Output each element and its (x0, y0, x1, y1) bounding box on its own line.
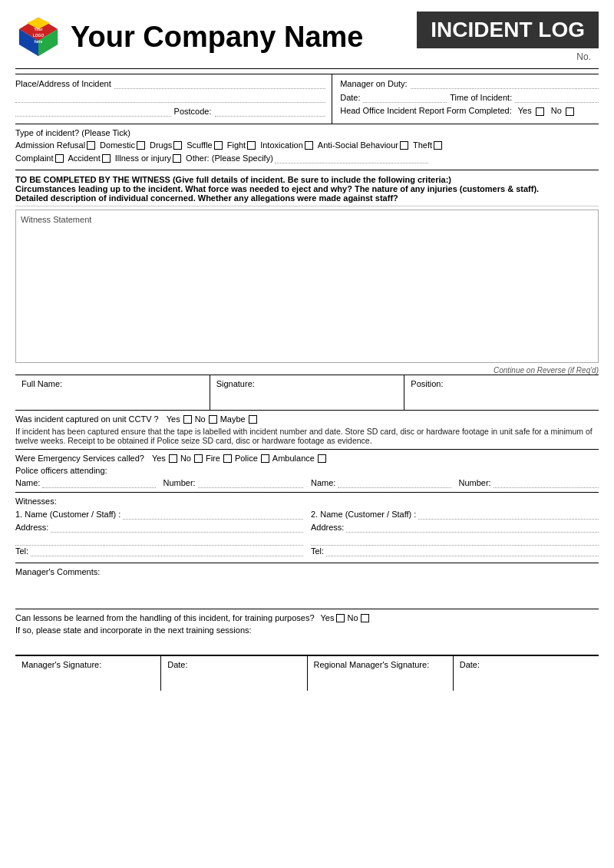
officer2-name-group: Name: (311, 477, 451, 488)
postcode-dotted-post (215, 106, 326, 117)
final-signature-row: Manager's Signature: Date: Regional Mana… (15, 655, 599, 691)
emergency-no-checkbox[interactable] (194, 454, 203, 463)
officer-row-1: Name: Number: Name: Number: (15, 477, 599, 488)
intoxication-checkbox[interactable] (305, 141, 313, 150)
witnesses-address2-row (15, 535, 599, 546)
regional-manager-sig-cell: Regional Manager's Signature: (308, 656, 454, 691)
officer1-number-dotted (198, 477, 303, 488)
cb-antisocial: Anti-Social Behaviour (318, 140, 408, 150)
police-attending-label: Police officers attending: (15, 466, 599, 475)
cb-other: Other: (Please Specify) (186, 153, 428, 163)
managers-comments-label: Manager's Comments: (15, 567, 599, 576)
witness2-tel-label: Tel: (311, 546, 324, 556)
signature-cell: Signature: (210, 375, 405, 410)
time-label: Time of Incident: (450, 93, 512, 102)
illness-checkbox[interactable] (173, 154, 181, 163)
lessons-no-checkbox[interactable] (361, 614, 369, 622)
incident-checkboxes-row2: Complaint Accident Illness or injury Oth… (15, 153, 599, 163)
officer2-number-dotted (494, 477, 599, 488)
cctv-no-checkbox[interactable] (209, 415, 217, 424)
drugs-checkbox[interactable] (173, 141, 182, 150)
cb-illness: Illness or injury (115, 153, 181, 163)
witness-instruction-3: Detailed description of individual conce… (15, 193, 599, 203)
witness2-address2-dotted (311, 535, 599, 546)
manager-label: Manager on Duty: (340, 79, 407, 88)
witness-instruction-1: TO BE COMPLETED BY THE WITNESS (Give ful… (15, 175, 599, 184)
form-number-label: No. (576, 51, 599, 62)
regional-date-label: Date: (460, 660, 593, 669)
witnesses-addresses-row: Address: Address: (15, 522, 599, 535)
manager-date-cell: Date: (161, 656, 307, 691)
yes-checkbox[interactable] (536, 107, 544, 116)
page-header: Your LOGO here Your Company Name INCIDEN… (15, 12, 599, 62)
cb-accident: Accident (68, 153, 111, 163)
admission-checkbox[interactable] (87, 141, 95, 150)
place-label: Place/Address of Incident (15, 79, 111, 88)
officer2-name-dotted (338, 477, 451, 488)
full-name-cell: Full Name: (15, 375, 210, 410)
police-checkbox[interactable] (261, 454, 269, 463)
yes-no-group: Yes No (518, 106, 574, 116)
date-label: Date: (340, 93, 360, 102)
domestic-checkbox[interactable] (137, 141, 145, 150)
manager-sig-cell: Manager's Signature: (15, 656, 161, 691)
cb-scuffle: Scuffle (187, 140, 222, 150)
scuffle-checkbox[interactable] (214, 141, 223, 150)
header-right: INCIDENT LOG No. (417, 12, 599, 62)
ambulance-label: Ambulance (272, 454, 315, 463)
antisocial-checkbox[interactable] (400, 141, 408, 150)
full-name-label: Full Name: (21, 379, 203, 388)
header-left: Your LOGO here Your Company Name (15, 14, 363, 60)
svg-text:here: here (35, 39, 43, 44)
place-row: Place/Address of Incident (15, 78, 325, 89)
officer1-name-label: Name: (15, 478, 40, 487)
scuffle-label: Scuffle (187, 140, 212, 150)
fire-label: Fire (206, 454, 220, 463)
witnesses-tel-row: Tel: Tel: (15, 546, 599, 559)
emergency-no-label: No (180, 454, 191, 463)
accident-label: Accident (68, 153, 101, 163)
ambulance-checkbox[interactable] (318, 454, 326, 463)
drugs-label: Drugs (150, 140, 172, 150)
head-office-row: Head Office Incident Report Form Complet… (340, 106, 599, 116)
witness-instruction-2: Circumstances leading up to the incident… (15, 184, 599, 193)
lessons-question: Can lessons be learned from the handling… (15, 613, 315, 622)
fire-checkbox[interactable] (223, 454, 232, 463)
cb-admission: Admission Refusal (15, 140, 95, 150)
emergency-yes-checkbox[interactable] (169, 454, 177, 463)
cctv-note: If incident has been captured ensure tha… (15, 427, 599, 445)
postcode-dotted-pre (15, 106, 171, 117)
theft-label: Theft (413, 140, 432, 150)
incident-log-title: INCIDENT LOG (417, 12, 599, 48)
witness1-address-dotted (51, 522, 303, 533)
cb-intoxication: Intoxication (260, 140, 313, 150)
police-label: Police (235, 454, 258, 463)
officer1-number-group: Number: (163, 477, 304, 488)
accident-checkbox[interactable] (102, 154, 111, 163)
cctv-yes-checkbox[interactable] (183, 415, 192, 424)
fight-checkbox[interactable] (247, 141, 256, 150)
date-time-row: Date: Time of Incident: (340, 92, 599, 103)
svg-text:LOGO: LOGO (33, 33, 45, 38)
officer1-number-label: Number: (163, 478, 196, 487)
cb-fight: Fight (227, 140, 256, 150)
no-checkbox[interactable] (566, 107, 574, 116)
witness2-tel-row: Tel: (311, 546, 599, 556)
witness2-tel-dotted (326, 546, 599, 556)
witness1-tel-row: Tel: (15, 546, 303, 556)
managers-comments-section: Manager's Comments: (15, 563, 599, 609)
theft-checkbox[interactable] (434, 141, 442, 150)
complaint-checkbox[interactable] (55, 154, 64, 163)
officer2-number-label: Number: (459, 478, 491, 487)
witness2-name-dotted (418, 509, 599, 520)
lessons-yes-checkbox[interactable] (336, 614, 345, 622)
fight-label: Fight (227, 140, 246, 150)
postcode-label: Postcode: (174, 107, 212, 116)
officer2-name-label: Name: (311, 478, 335, 487)
intoxication-label: Intoxication (260, 140, 303, 150)
manager-sig-label: Manager's Signature: (21, 660, 154, 669)
maybe-checkbox[interactable] (249, 415, 257, 424)
place-address-section: Place/Address of Incident Postcode: Mana… (15, 74, 599, 124)
witness2-address-row: Address: (311, 522, 599, 533)
lessons-row: Can lessons be learned from the handling… (15, 613, 599, 622)
